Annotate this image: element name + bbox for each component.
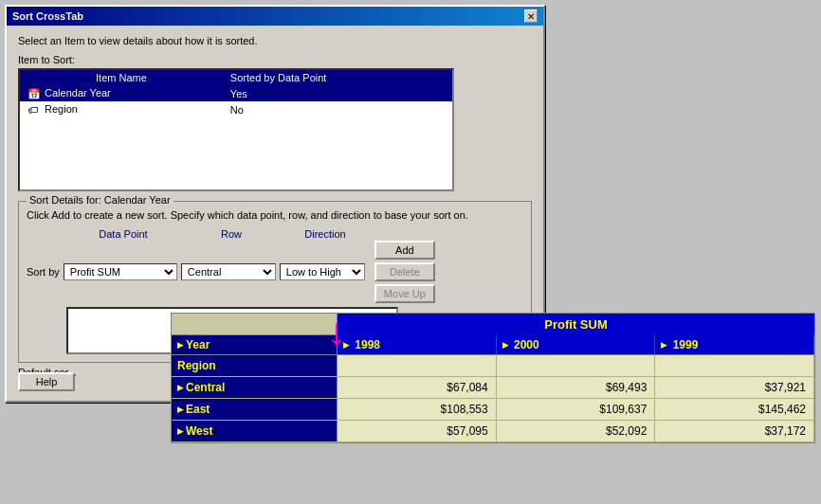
col-header-data-point: Data Point: [66, 228, 180, 240]
delete-button[interactable]: Delete: [374, 262, 435, 281]
cell-west-2000: $52,092: [497, 421, 656, 441]
region-label: Region: [172, 355, 338, 376]
row-name: 📅 Calendar Year: [20, 85, 223, 101]
cell-east-1999: $145,462: [655, 399, 814, 420]
data-row-west: ▸ West $57,095 $52,092 $37,172: [172, 421, 814, 442]
year-label: ▸ Year: [172, 335, 338, 354]
sort-controls: Sort by Profit SUM Central Low to High A…: [27, 241, 523, 303]
region-empty-3: [655, 355, 814, 376]
title-bar: Sort CrossTab ✕: [7, 7, 543, 26]
sort-button-group: Add Delete Move Up: [374, 241, 435, 303]
row-label-central: ▸ Central: [172, 377, 338, 398]
move-up-button[interactable]: Move Up: [374, 284, 435, 303]
item-table-container: Item Name Sorted by Data Point 📅 Calenda…: [18, 68, 454, 191]
table-row[interactable]: 📅 Calendar Year Yes: [20, 85, 452, 101]
row-label-east: ▸ East: [172, 399, 338, 420]
data-point-select[interactable]: Profit SUM: [64, 263, 177, 280]
item-to-sort-label: Item to Sort:: [18, 54, 532, 65]
cell-east-1998: $108,553: [338, 399, 497, 420]
help-button[interactable]: Help: [18, 372, 75, 391]
col-1999-arrow-icon: ▸: [661, 338, 666, 351]
cell-west-1999: $37,172: [655, 421, 814, 441]
crosstab-corner: [172, 314, 338, 335]
sort-by-label: Sort by: [27, 266, 60, 278]
instruction-text: Select an Item to view details about how…: [18, 35, 532, 46]
central-arrow-icon: ▸: [177, 381, 183, 394]
row-sorted: No: [223, 101, 452, 117]
cell-east-2000: $109,637: [497, 399, 656, 420]
item-table: Item Name Sorted by Data Point 📅 Calenda…: [20, 70, 452, 117]
col-header-row: Row: [184, 228, 279, 240]
col-header-name: Item Name: [20, 70, 223, 85]
calendar-icon: 📅: [27, 88, 39, 99]
sort-row: Sort by Profit SUM Central Low to High: [27, 263, 365, 280]
dialog-footer: Help: [18, 372, 75, 391]
crosstab-header: Profit SUM: [172, 314, 814, 335]
col-2000-arrow-icon: ▸: [502, 338, 508, 351]
region-header-row: Region: [172, 355, 814, 377]
direction-select[interactable]: Low to High: [280, 263, 365, 280]
row-select[interactable]: Central: [181, 263, 276, 280]
sort-description: Click Add to create a new sort. Specify …: [27, 209, 523, 221]
data-row-east: ▸ East $108,553 $109,637 $145,462: [172, 399, 814, 421]
col-header-direction: Direction: [283, 228, 368, 240]
add-button[interactable]: Add: [374, 241, 435, 260]
west-arrow-icon: ▸: [177, 424, 183, 438]
region-empty-2: [497, 355, 656, 376]
crosstab-title: Profit SUM: [338, 314, 814, 335]
col-header-sorted: Sorted by Data Point: [223, 70, 452, 85]
region-icon: 🏷: [27, 104, 39, 116]
col-header-2000: ▸ 2000: [497, 335, 656, 354]
col-headers-row: Data Point Row Direction: [66, 228, 523, 240]
year-arrow-icon: ▸: [177, 338, 183, 351]
table-row[interactable]: 🏷 Region No: [20, 101, 452, 117]
col-header-1998: ▸ 1998: [338, 335, 497, 354]
group-box-legend: Sort Details for: Calendar Year: [27, 194, 173, 206]
cell-west-1998: $57,095: [338, 421, 497, 441]
cell-central-1999: $37,921: [655, 377, 814, 398]
crosstab-col-headers: ▸ Year ▸ 1998 ▸ 2000 ▸ 1999: [172, 335, 814, 355]
east-arrow-icon: ▸: [177, 403, 183, 416]
row-sorted: Yes: [223, 85, 452, 101]
dialog-title: Sort CrossTab: [12, 10, 83, 22]
col-header-1999: ▸ 1999: [655, 335, 814, 354]
row-label-west: ▸ West: [172, 421, 338, 441]
crosstab-table: Profit SUM ▸ Year ▸ 1998 ▸ 2000 ▸ 1999 R…: [171, 313, 815, 443]
arrow-indicator: ↓: [327, 313, 346, 351]
close-button[interactable]: ✕: [524, 9, 538, 23]
row-name: 🏷 Region: [20, 101, 223, 117]
cell-central-1998: $67,084: [338, 377, 497, 398]
region-empty-1: [338, 355, 497, 376]
cell-central-2000: $69,493: [497, 377, 656, 398]
data-row-central: ▸ Central $67,084 $69,493 $37,921: [172, 377, 814, 399]
